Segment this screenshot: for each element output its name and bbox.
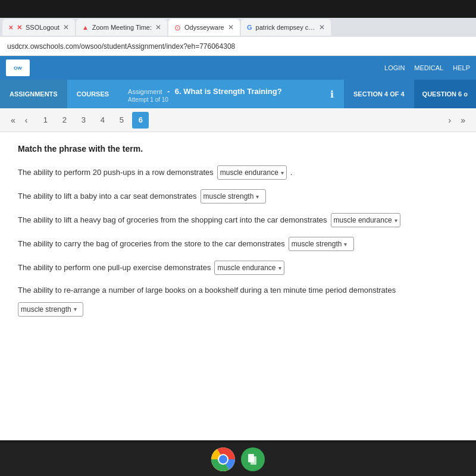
tab-odysseyware[interactable]: ⊙ Odysseyware ✕	[168, 19, 240, 36]
q5-answer: muscle endurance	[217, 262, 275, 273]
main-content: Match the phrase with the term. The abil…	[0, 132, 476, 338]
q1-dropdown[interactable]: muscle endurance ▾	[217, 165, 287, 180]
pagination-numbers: 1 2 3 4 5 6	[37, 112, 149, 129]
instruction-text: Match the phrase with the term.	[18, 144, 458, 154]
pg-num-4[interactable]: 4	[94, 112, 111, 129]
courses-nav-btn[interactable]: COURSES	[67, 80, 118, 108]
files-taskbar-icon[interactable]	[241, 447, 265, 471]
q6-chevron-icon: ▾	[74, 305, 77, 314]
question-row-6: The ability to re-arrange a number of la…	[18, 284, 458, 317]
q1-text: The ability to perform 20 push-ups in a …	[18, 167, 214, 178]
nav-right: LOGIN MEDICAL HELP	[384, 64, 476, 71]
tab-odyssey-close[interactable]: ✕	[228, 23, 234, 32]
question-row-1: The ability to perform 20 push-ups in a …	[18, 165, 458, 180]
question-row-2: The ability to lift a baby into a car se…	[18, 189, 458, 203]
q3-answer: muscle endurance	[334, 215, 392, 226]
q6-answer: muscle strength	[21, 304, 71, 315]
tab-ssologout-close[interactable]: ✕	[63, 23, 69, 32]
q2-answer: muscle strength	[203, 191, 254, 202]
svg-rect-4	[250, 456, 256, 465]
q6-dropdown[interactable]: muscle strength ▾	[18, 302, 83, 317]
q3-chevron-icon: ▾	[394, 216, 397, 225]
ssologout-icon: ✕	[8, 24, 13, 31]
pagination-first-btn[interactable]: «	[6, 113, 20, 127]
q4-answer: muscle strength	[292, 239, 342, 249]
address-bar: usdcrx.owschools.com/owsoo/studentAssign…	[0, 37, 476, 56]
browser-window: ✕ ✕ SSOLogout ✕ ▲ Zoom Meeting Time: ✕ ⊙…	[0, 18, 476, 440]
zoom-icon: ▲	[82, 24, 89, 31]
tab-bar: ✕ ✕ SSOLogout ✕ ▲ Zoom Meeting Time: ✕ ⊙…	[0, 18, 476, 37]
pg-num-1[interactable]: 1	[37, 112, 54, 129]
q5-dropdown[interactable]: muscle endurance ▾	[214, 261, 284, 275]
q1-answer: muscle endurance	[220, 167, 278, 178]
chrome-taskbar-icon[interactable]	[211, 447, 235, 471]
logo-img: OW	[6, 60, 30, 76]
section-badge: SECTION 4 OF 4	[344, 80, 414, 108]
tab-google-close[interactable]: ✕	[319, 23, 325, 32]
q3-dropdown[interactable]: muscle endurance ▾	[331, 213, 400, 227]
top-nav: OW LOGIN MEDICAL HELP	[0, 56, 476, 80]
ssologout-x-icon: ✕	[17, 24, 22, 32]
info-button[interactable]: ℹ	[320, 82, 344, 106]
odyssey-icon: ⊙	[174, 23, 181, 32]
assignment-header: ASSIGNMENTS COURSES Assignment - 6. What…	[0, 80, 476, 108]
files-icon-svg	[246, 453, 259, 466]
q4-dropdown[interactable]: muscle strength ▾	[289, 237, 354, 251]
app-content: OW LOGIN MEDICAL HELP ASSIGNMENTS COURSE…	[0, 56, 476, 440]
pagination-bar: « ‹ 1 2 3 4 5 6 › »	[0, 108, 476, 132]
q6-text: The ability to re-arrange a number of la…	[18, 284, 396, 296]
google-icon: G	[247, 24, 252, 31]
q4-text: The ability to carry the bag of grocerie…	[18, 238, 285, 250]
pg-num-6-container: 6	[132, 112, 149, 129]
login-nav[interactable]: LOGIN	[384, 64, 405, 71]
medical-nav[interactable]: MEDICAL	[414, 64, 443, 71]
taskbar	[0, 443, 476, 476]
tab-ssologout[interactable]: ✕ ✕ SSOLogout ✕	[2, 19, 75, 36]
url-display[interactable]: usdcrx.owschools.com/owsoo/studentAssign…	[7, 42, 235, 51]
help-nav[interactable]: HELP	[453, 64, 470, 71]
pagination-next-btn[interactable]: ›	[444, 113, 456, 127]
q5-text: The ability to perform one pull-up exerc…	[18, 262, 211, 274]
pg-num-3[interactable]: 3	[75, 112, 92, 129]
assignment-label: Assignment	[128, 88, 162, 95]
tab-odysseyware-label: Odysseyware	[184, 24, 224, 31]
pg-num-2[interactable]: 2	[56, 112, 73, 129]
question-row-5: The ability to perform one pull-up exerc…	[18, 261, 458, 275]
q1-period: .	[290, 167, 293, 178]
chrome-icon-svg	[211, 447, 235, 471]
q4-chevron-icon: ▾	[344, 240, 347, 249]
question-row-3: The ability to lift a heavy bag of groce…	[18, 213, 458, 227]
q5-chevron-icon: ▾	[278, 264, 281, 273]
q2-text: The ability to lift a baby into a car se…	[18, 190, 197, 202]
pg-num-5[interactable]: 5	[113, 112, 130, 129]
tab-ssologout-label: SSOLogout	[26, 24, 60, 31]
nav-logo: OW	[0, 56, 36, 80]
assignment-title-area: Assignment - 6. What is Strength Trainin…	[118, 86, 320, 103]
tab-google[interactable]: G patrick dempsey cant buy me ✕	[241, 19, 331, 36]
assignments-nav-btn[interactable]: ASSIGNMENTS	[0, 80, 67, 108]
pg-active-arrow	[137, 124, 145, 129]
pagination-prev-btn[interactable]: ‹	[20, 113, 33, 127]
attempt-label: Attempt 1 of 10	[128, 96, 311, 103]
q2-chevron-icon: ▾	[256, 192, 259, 201]
q1-chevron-icon: ▾	[281, 168, 284, 177]
q3-text: The ability to lift a heavy bag of groce…	[18, 214, 327, 226]
svg-point-2	[219, 455, 227, 464]
question-badge: QUESTION 6 o	[414, 80, 476, 108]
tab-google-label: patrick dempsey cant buy me	[256, 24, 315, 31]
tab-zoom[interactable]: ▲ Zoom Meeting Time: ✕	[76, 19, 167, 36]
q2-dropdown[interactable]: muscle strength ▾	[201, 189, 266, 203]
assignment-title: 6. What is Strength Training?	[175, 87, 282, 96]
pagination-last-btn[interactable]: »	[456, 113, 470, 127]
tab-zoom-label: Zoom Meeting Time:	[92, 24, 152, 31]
tab-zoom-close[interactable]: ✕	[155, 23, 161, 32]
question-row-4: The ability to carry the bag of grocerie…	[18, 237, 458, 251]
